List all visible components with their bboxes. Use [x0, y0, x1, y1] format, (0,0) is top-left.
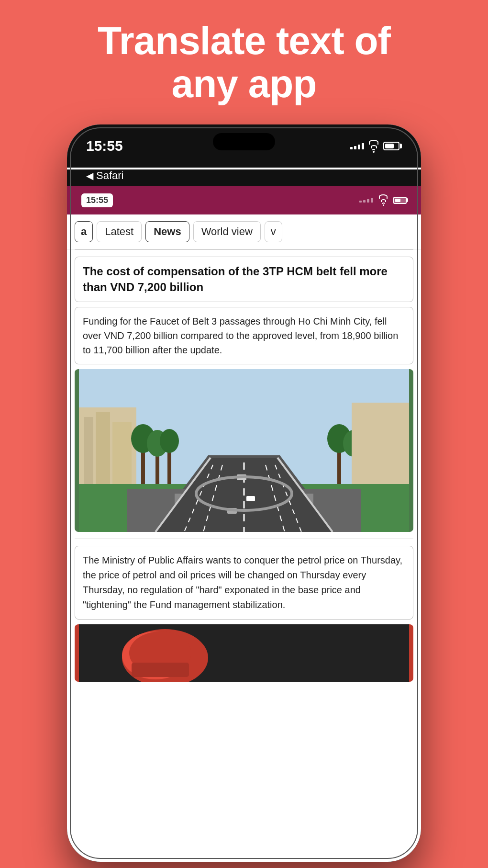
app-status-time: 15:55 — [81, 193, 113, 207]
signal-icon — [350, 143, 364, 149]
battery-icon — [383, 142, 402, 150]
article-1-summary: Funding for the Faucet of Belt 3 passage… — [83, 314, 405, 357]
svg-rect-3 — [96, 412, 110, 494]
phone-frame: 15:55 — [67, 124, 421, 862]
top-divider — [75, 249, 413, 250]
tab-worldview[interactable]: World view — [193, 221, 261, 242]
svg-rect-2 — [84, 417, 93, 494]
dynamic-island — [213, 133, 275, 150]
article-3-image — [75, 624, 413, 682]
safari-back-bar: ◀ Safari — [67, 169, 421, 186]
article-2-body: The Ministry of Public Affairs wants to … — [83, 553, 405, 612]
app-battery-icon — [393, 197, 407, 204]
outer-status-time: 15:55 — [86, 138, 123, 154]
hero-section: Translate text of any app — [0, 0, 488, 120]
app-wifi-icon — [379, 194, 388, 206]
svg-rect-32 — [246, 496, 255, 501]
article-1-image — [75, 369, 413, 532]
nav-tabs: a Latest News World view v — [67, 214, 421, 249]
article-3-image-svg — [75, 624, 413, 682]
app-signal-icon — [359, 198, 373, 203]
hero-title-line2: any app — [172, 62, 317, 105]
wifi-icon — [369, 140, 378, 153]
tab-latest[interactable]: Latest — [97, 221, 142, 242]
tab-v[interactable]: v — [265, 221, 282, 242]
phone-screen: 15:55 — [67, 124, 421, 862]
outer-status-icons — [350, 140, 402, 153]
svg-rect-19 — [352, 403, 409, 494]
article-divider-2 — [75, 539, 413, 539]
app-status-icons — [359, 194, 407, 206]
tab-news[interactable]: News — [145, 221, 189, 242]
svg-point-10 — [160, 429, 179, 453]
article-1-title: The cost of compensation of the 3TP HCM … — [83, 264, 405, 295]
back-arrow-icon: ◀ — [86, 170, 93, 181]
article-2-body-box: The Ministry of Public Affairs wants to … — [75, 546, 413, 620]
article-1-summary-box: Funding for the Faucet of Belt 3 passage… — [75, 307, 413, 364]
svg-rect-4 — [112, 422, 132, 494]
phone-wrapper: 15:55 — [0, 124, 488, 862]
hero-title: Translate text of any app — [0, 19, 488, 105]
safari-back-label: Safari — [96, 169, 123, 182]
article-1-title-box: The cost of compensation of the 3TP HCM … — [75, 257, 413, 302]
outer-status-bar: 15:55 — [67, 124, 421, 168]
svg-rect-41 — [132, 663, 189, 677]
app-status-bar: 15:55 — [67, 186, 421, 214]
road-svg — [75, 369, 413, 532]
hero-title-line1: Translate text of — [98, 19, 390, 62]
tab-a[interactable]: a — [75, 221, 93, 242]
